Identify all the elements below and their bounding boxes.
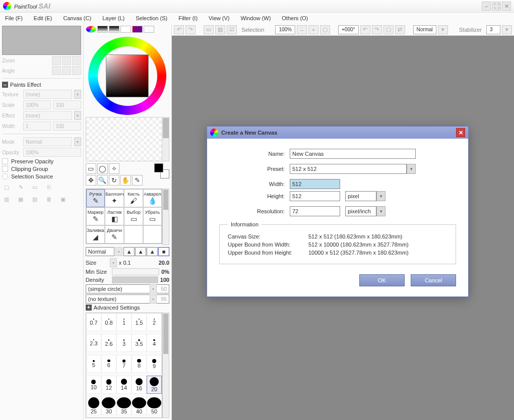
preserve-opacity-checkbox[interactable]: Preserve Opacity (2, 158, 81, 164)
hand-tool[interactable]: ✋ (120, 175, 131, 186)
paints-effect-header[interactable]: –Paints Effect (2, 82, 81, 88)
brush-size-30[interactable]: 30 (101, 397, 116, 415)
brush-Двоичн[interactable]: Двоичн✎ (105, 225, 124, 244)
brush-size-35[interactable]: 35 (116, 397, 132, 415)
zoom-out-button[interactable] (52, 56, 61, 65)
preset-select[interactable]: 512 x 512 (290, 164, 407, 174)
flip-h-tb[interactable]: ⇄ (395, 25, 405, 34)
brush-size-16[interactable]: 16 (132, 376, 147, 394)
swatches-tab-icon[interactable] (132, 26, 143, 33)
brush-size-7[interactable]: 7 (116, 355, 132, 373)
ok-button[interactable]: OK (359, 274, 405, 286)
angle-display[interactable]: +000° (338, 25, 359, 34)
brush-size-0.7[interactable]: 0.7 (86, 313, 101, 331)
size-value[interactable]: 20.0 (159, 260, 169, 266)
brush-texture-select[interactable]: (no texture)95 (86, 294, 169, 304)
name-input[interactable] (290, 149, 416, 159)
brush-size-2.3[interactable]: 2.3 (86, 334, 101, 352)
stabilizer-value[interactable]: 3 (486, 25, 500, 34)
density-slider[interactable] (112, 276, 158, 283)
brush-size-50[interactable]: 50 (147, 397, 162, 415)
copy-layer-icon[interactable]: ⎘ (44, 183, 53, 192)
rect-select-tool[interactable]: ▭ (86, 163, 96, 174)
delete-layer-icon[interactable]: 🗑 (44, 195, 53, 204)
preset-dropdown-icon[interactable]: ▾ (407, 164, 416, 174)
advanced-settings-header[interactable]: +Advanced Settings (86, 305, 169, 311)
menu-canvas[interactable]: Canvas (C) (63, 15, 92, 21)
brush-size-0.8[interactable]: 0.8 (101, 313, 116, 331)
magic-wand-tool[interactable]: ✧ (109, 163, 119, 174)
clipping-group-checkbox[interactable]: Clipping Group (2, 166, 81, 172)
edge-hard-icon[interactable]: ■ (158, 247, 169, 256)
eyedropper-tool[interactable]: ✎ (132, 175, 143, 186)
show-select-button[interactable]: ☑ (227, 25, 237, 34)
rgb-slider-tab-icon[interactable] (97, 26, 108, 33)
rotate-reset-tb[interactable]: ▢ (383, 25, 394, 34)
brush-Ластик[interactable]: Ластик◧ (105, 207, 124, 225)
color-wheel[interactable] (88, 37, 166, 115)
rotate-cw-tb[interactable]: ↷ (372, 25, 382, 34)
unit-select[interactable]: pixel (345, 191, 376, 201)
brush-size-8[interactable]: 8 (132, 355, 147, 373)
blend-display[interactable]: Normal (413, 25, 436, 34)
deselect-button[interactable]: ▭ (204, 25, 214, 34)
mode-select[interactable]: Normal (23, 137, 72, 146)
hsv-slider-tab-icon[interactable] (109, 26, 119, 33)
brush-size-2[interactable]: 2 (147, 313, 162, 331)
effect-select[interactable]: (none) (23, 111, 72, 120)
brush-size-25[interactable]: 25 (86, 397, 101, 415)
brush-size-1.5[interactable]: 1.5 (132, 313, 147, 331)
res-unit-select[interactable]: pixel/inch (345, 206, 376, 216)
brush-size-2.6[interactable]: 2.6 (101, 334, 116, 352)
brush-Маркер[interactable]: Маркер✎ (86, 207, 105, 225)
brush-Убрать[interactable]: Убрать▭ (143, 207, 162, 225)
zoom-in-tb[interactable]: + (308, 25, 318, 34)
brush-size-40[interactable]: 40 (132, 397, 147, 415)
minsize-slider[interactable] (112, 268, 159, 275)
size-dropdown-icon[interactable] (110, 258, 117, 267)
dialog-close-button[interactable]: ✕ (456, 128, 465, 137)
edge-med2-icon[interactable]: ▲ (147, 247, 158, 256)
brush-shape-select[interactable]: (simple circle)50 (86, 284, 169, 293)
menu-window[interactable]: Window (W) (240, 15, 271, 21)
brush-Ручка[interactable]: Ручка✎ (86, 189, 105, 207)
menu-filter[interactable]: Filter (I) (178, 15, 198, 21)
zoom-fit-tb[interactable]: ▢ (320, 25, 330, 34)
brush-size-3[interactable]: 3 (116, 334, 132, 352)
dialog-titlebar[interactable]: Create a New Canvas ✕ (207, 127, 468, 139)
menu-selection[interactable]: Selection (S) (136, 15, 167, 21)
color-square[interactable] (106, 54, 149, 97)
redo-button[interactable]: ↷ (185, 25, 196, 34)
brush-size-14[interactable]: 14 (116, 376, 132, 394)
maximize-button[interactable]: ⛶ (492, 2, 501, 11)
height-input[interactable] (290, 191, 340, 201)
brush-size-12[interactable]: 12 (101, 376, 116, 394)
mode-dropdown-icon[interactable] (74, 137, 81, 146)
brush-Баллонч[interactable]: Баллонч✦ (105, 189, 124, 207)
rotate-tool[interactable]: ↻ (109, 175, 119, 186)
swatch-grid[interactable] (86, 117, 169, 161)
angle-cw-button[interactable] (62, 66, 71, 75)
fg-color-icon[interactable] (154, 163, 163, 172)
scale-value[interactable]: 100% (23, 100, 51, 109)
scratchpad-tab-icon[interactable] (144, 26, 154, 33)
menu-edit[interactable]: Edit (E) (34, 15, 52, 21)
merge-down-icon[interactable]: ▥ (2, 195, 11, 204)
rotate-ccw-tb[interactable]: ↶ (360, 25, 370, 34)
brush-empty[interactable] (143, 225, 162, 244)
texture-select[interactable]: (none) (23, 90, 72, 99)
new-layer-icon[interactable]: ▢ (2, 183, 11, 192)
undo-button[interactable]: ↶ (174, 25, 184, 34)
move-tool[interactable]: ✥ (86, 175, 96, 186)
width-input[interactable] (290, 179, 340, 189)
brush-Кисть[interactable]: Кисть🖌 (124, 189, 143, 207)
blend-dropdown-tb[interactable]: ▾ (438, 25, 448, 34)
brush-size-4[interactable]: 4 (147, 334, 162, 352)
angle-ccw-button[interactable] (52, 66, 61, 75)
brush-blend-dropdown-icon[interactable] (115, 247, 122, 256)
flatten-icon[interactable]: ▣ (58, 195, 68, 204)
brush-size-10[interactable]: 10 (86, 376, 101, 394)
invert-select-button[interactable]: ▨ (215, 25, 225, 34)
brush-size-1[interactable]: 1 (116, 313, 132, 331)
effect-dropdown-icon[interactable] (74, 111, 81, 120)
